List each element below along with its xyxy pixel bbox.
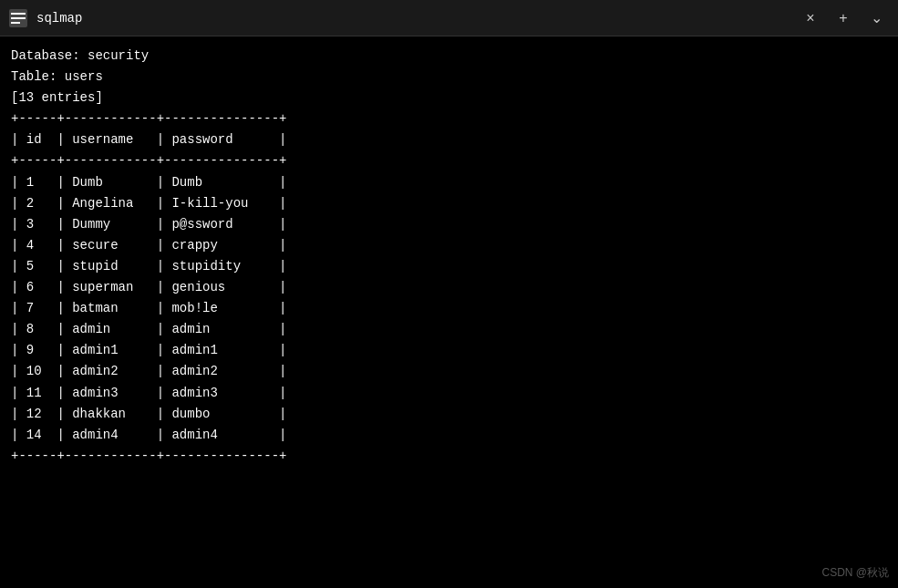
table-row: | 6 | superman | genious | (11, 277, 887, 298)
title-bar-buttons: × + ⌄ (798, 5, 889, 31)
table-row: | 9 | admin1 | admin1 | (11, 340, 887, 361)
table-row: | 12 | dhakkan | dumbo | (11, 404, 887, 425)
table-row: | 3 | Dummy | p@ssword | (11, 214, 887, 235)
table-row: | 4 | secure | crappy | (11, 235, 887, 256)
svg-rect-2 (11, 22, 20, 24)
terminal-content: Database: security Table: users [13 entr… (0, 36, 898, 565)
table-row: | 11 | admin3 | admin3 | (11, 383, 887, 404)
divider-header: +-----+------------+---------------+ (11, 150, 887, 171)
add-tab-button[interactable]: + (831, 5, 856, 31)
svg-rect-1 (11, 17, 26, 19)
watermark: CSDN @秋说 (821, 565, 889, 581)
title-bar: sqlmap × + ⌄ (0, 0, 898, 36)
table-row: | 14 | admin4 | admin4 | (11, 425, 887, 446)
window-title: sqlmap (36, 11, 789, 26)
table-row: | 2 | Angelina | I-kill-you | (11, 193, 887, 214)
table-row: | 10 | admin2 | admin2 | (11, 361, 887, 382)
divider-top: +-----+------------+---------------+ (11, 108, 887, 129)
db-line: Database: security (11, 46, 887, 67)
entries-line: [13 entries] (11, 88, 887, 108)
svg-rect-0 (11, 13, 26, 15)
app-icon (9, 9, 27, 27)
table-header: | id | username | password | (11, 129, 887, 150)
table-line: Table: users (11, 67, 887, 88)
table-row: | 5 | stupid | stupidity | (11, 256, 887, 277)
divider-bottom: +-----+------------+---------------+ (11, 446, 887, 467)
close-button[interactable]: × (798, 5, 823, 31)
table-row: | 1 | Dumb | Dumb | (11, 172, 887, 193)
table-row: | 8 | admin | admin | (11, 319, 887, 340)
table-row: | 7 | batman | mob!le | (11, 298, 887, 319)
dropdown-button[interactable]: ⌄ (863, 5, 889, 31)
